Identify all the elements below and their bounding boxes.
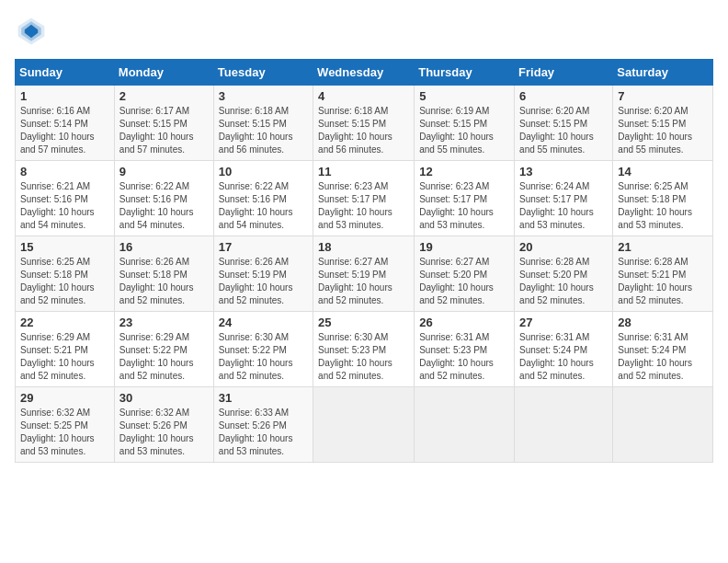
day-info: Sunrise: 6:20 AM Sunset: 5:15 PM Dayligh…: [519, 105, 608, 156]
calendar-week-row: 1 Sunrise: 6:16 AM Sunset: 5:14 PM Dayli…: [16, 86, 713, 161]
calendar-day-cell: 21 Sunrise: 6:28 AM Sunset: 5:21 PM Dayl…: [613, 236, 713, 312]
day-info: Sunrise: 6:18 AM Sunset: 5:15 PM Dayligh…: [318, 105, 409, 156]
calendar-day-cell: 12 Sunrise: 6:23 AM Sunset: 5:17 PM Dayl…: [415, 161, 515, 236]
calendar-day-cell: [313, 387, 415, 463]
weekday-header: Wednesday: [313, 60, 415, 86]
day-info: Sunrise: 6:28 AM Sunset: 5:20 PM Dayligh…: [519, 256, 608, 307]
day-number: 5: [419, 89, 509, 103]
day-info: Sunrise: 6:30 AM Sunset: 5:22 PM Dayligh…: [219, 331, 308, 383]
calendar-day-cell: 2 Sunrise: 6:17 AM Sunset: 5:15 PM Dayli…: [114, 86, 213, 161]
day-number: 2: [119, 89, 209, 103]
day-info: Sunrise: 6:25 AM Sunset: 5:18 PM Dayligh…: [20, 256, 109, 307]
calendar: SundayMondayTuesdayWednesdayThursdayFrid…: [15, 59, 713, 463]
calendar-day-cell: 26 Sunrise: 6:31 AM Sunset: 5:23 PM Dayl…: [415, 312, 515, 387]
calendar-day-cell: 4 Sunrise: 6:18 AM Sunset: 5:15 PM Dayli…: [313, 86, 415, 161]
day-number: 21: [618, 240, 708, 254]
day-number: 11: [318, 165, 409, 178]
weekday-row: SundayMondayTuesdayWednesdayThursdayFrid…: [16, 60, 713, 86]
calendar-day-cell: 31 Sunrise: 6:33 AM Sunset: 5:26 PM Dayl…: [213, 387, 313, 463]
day-info: Sunrise: 6:29 AM Sunset: 5:22 PM Dayligh…: [119, 331, 209, 383]
day-number: 27: [519, 316, 608, 329]
day-number: 14: [618, 165, 708, 178]
calendar-day-cell: 7 Sunrise: 6:20 AM Sunset: 5:15 PM Dayli…: [613, 86, 713, 161]
calendar-day-cell: 22 Sunrise: 6:29 AM Sunset: 5:21 PM Dayl…: [16, 312, 115, 387]
day-info: Sunrise: 6:32 AM Sunset: 5:26 PM Dayligh…: [119, 407, 209, 458]
day-number: 8: [20, 165, 109, 178]
calendar-day-cell: 13 Sunrise: 6:24 AM Sunset: 5:17 PM Dayl…: [515, 161, 613, 236]
calendar-day-cell: 10 Sunrise: 6:22 AM Sunset: 5:16 PM Dayl…: [213, 161, 313, 236]
day-info: Sunrise: 6:16 AM Sunset: 5:14 PM Dayligh…: [20, 105, 109, 156]
day-info: Sunrise: 6:31 AM Sunset: 5:24 PM Dayligh…: [519, 331, 608, 383]
calendar-day-cell: [415, 387, 515, 463]
calendar-day-cell: [613, 387, 713, 463]
day-info: Sunrise: 6:20 AM Sunset: 5:15 PM Dayligh…: [618, 105, 708, 156]
day-number: 20: [519, 240, 608, 254]
weekday-header: Monday: [114, 60, 213, 86]
calendar-day-cell: 17 Sunrise: 6:26 AM Sunset: 5:19 PM Dayl…: [213, 236, 313, 312]
weekday-header: Thursday: [415, 60, 515, 86]
day-number: 18: [318, 240, 409, 254]
weekday-header: Sunday: [16, 60, 115, 86]
day-info: Sunrise: 6:22 AM Sunset: 5:16 PM Dayligh…: [119, 180, 209, 232]
calendar-body: 1 Sunrise: 6:16 AM Sunset: 5:14 PM Dayli…: [16, 86, 713, 463]
day-number: 25: [318, 316, 409, 329]
calendar-day-cell: 25 Sunrise: 6:30 AM Sunset: 5:23 PM Dayl…: [313, 312, 415, 387]
day-number: 16: [119, 240, 209, 254]
calendar-day-cell: 24 Sunrise: 6:30 AM Sunset: 5:22 PM Dayl…: [213, 312, 313, 387]
day-info: Sunrise: 6:27 AM Sunset: 5:20 PM Dayligh…: [419, 256, 509, 307]
calendar-day-cell: 3 Sunrise: 6:18 AM Sunset: 5:15 PM Dayli…: [213, 86, 313, 161]
calendar-day-cell: 29 Sunrise: 6:32 AM Sunset: 5:25 PM Dayl…: [16, 387, 115, 463]
calendar-day-cell: 15 Sunrise: 6:25 AM Sunset: 5:18 PM Dayl…: [16, 236, 115, 312]
day-info: Sunrise: 6:24 AM Sunset: 5:17 PM Dayligh…: [519, 180, 608, 232]
calendar-day-cell: 19 Sunrise: 6:27 AM Sunset: 5:20 PM Dayl…: [415, 236, 515, 312]
calendar-day-cell: 8 Sunrise: 6:21 AM Sunset: 5:16 PM Dayli…: [16, 161, 115, 236]
day-info: Sunrise: 6:18 AM Sunset: 5:15 PM Dayligh…: [219, 105, 308, 156]
calendar-week-row: 29 Sunrise: 6:32 AM Sunset: 5:25 PM Dayl…: [16, 387, 713, 463]
calendar-week-row: 22 Sunrise: 6:29 AM Sunset: 5:21 PM Dayl…: [16, 312, 713, 387]
day-info: Sunrise: 6:22 AM Sunset: 5:16 PM Dayligh…: [219, 180, 308, 232]
day-number: 15: [20, 240, 109, 254]
calendar-day-cell: 20 Sunrise: 6:28 AM Sunset: 5:20 PM Dayl…: [515, 236, 613, 312]
day-number: 13: [519, 165, 608, 178]
calendar-week-row: 15 Sunrise: 6:25 AM Sunset: 5:18 PM Dayl…: [16, 236, 713, 312]
day-number: 3: [219, 89, 308, 103]
day-number: 19: [419, 240, 509, 254]
calendar-day-cell: 14 Sunrise: 6:25 AM Sunset: 5:18 PM Dayl…: [613, 161, 713, 236]
calendar-day-cell: 18 Sunrise: 6:27 AM Sunset: 5:19 PM Dayl…: [313, 236, 415, 312]
calendar-week-row: 8 Sunrise: 6:21 AM Sunset: 5:16 PM Dayli…: [16, 161, 713, 236]
day-info: Sunrise: 6:21 AM Sunset: 5:16 PM Dayligh…: [20, 180, 109, 232]
day-info: Sunrise: 6:23 AM Sunset: 5:17 PM Dayligh…: [419, 180, 509, 232]
calendar-day-cell: 28 Sunrise: 6:31 AM Sunset: 5:24 PM Dayl…: [613, 312, 713, 387]
header: [15, 15, 713, 48]
day-info: Sunrise: 6:30 AM Sunset: 5:23 PM Dayligh…: [318, 331, 409, 383]
day-number: 26: [419, 316, 509, 329]
calendar-day-cell: [515, 387, 613, 463]
weekday-header: Tuesday: [213, 60, 313, 86]
calendar-day-cell: 6 Sunrise: 6:20 AM Sunset: 5:15 PM Dayli…: [515, 86, 613, 161]
calendar-day-cell: 30 Sunrise: 6:32 AM Sunset: 5:26 PM Dayl…: [114, 387, 213, 463]
day-info: Sunrise: 6:17 AM Sunset: 5:15 PM Dayligh…: [119, 105, 209, 156]
day-number: 6: [519, 89, 608, 103]
day-number: 17: [219, 240, 308, 254]
day-number: 23: [119, 316, 209, 329]
calendar-day-cell: 11 Sunrise: 6:23 AM Sunset: 5:17 PM Dayl…: [313, 161, 415, 236]
calendar-day-cell: 9 Sunrise: 6:22 AM Sunset: 5:16 PM Dayli…: [114, 161, 213, 236]
day-number: 4: [318, 89, 409, 103]
day-number: 29: [20, 391, 109, 405]
day-number: 28: [618, 316, 708, 329]
day-info: Sunrise: 6:28 AM Sunset: 5:21 PM Dayligh…: [618, 256, 708, 307]
day-number: 7: [618, 89, 708, 103]
day-info: Sunrise: 6:33 AM Sunset: 5:26 PM Dayligh…: [219, 407, 308, 458]
day-info: Sunrise: 6:32 AM Sunset: 5:25 PM Dayligh…: [20, 407, 109, 458]
day-info: Sunrise: 6:23 AM Sunset: 5:17 PM Dayligh…: [318, 180, 409, 232]
weekday-header: Friday: [515, 60, 613, 86]
logo-icon: [15, 15, 48, 48]
day-number: 22: [20, 316, 109, 329]
calendar-header: SundayMondayTuesdayWednesdayThursdayFrid…: [16, 60, 713, 86]
calendar-day-cell: 5 Sunrise: 6:19 AM Sunset: 5:15 PM Dayli…: [415, 86, 515, 161]
day-info: Sunrise: 6:31 AM Sunset: 5:23 PM Dayligh…: [419, 331, 509, 383]
day-info: Sunrise: 6:19 AM Sunset: 5:15 PM Dayligh…: [419, 105, 509, 156]
day-number: 24: [219, 316, 308, 329]
day-info: Sunrise: 6:31 AM Sunset: 5:24 PM Dayligh…: [618, 331, 708, 383]
day-info: Sunrise: 6:26 AM Sunset: 5:18 PM Dayligh…: [119, 256, 209, 307]
